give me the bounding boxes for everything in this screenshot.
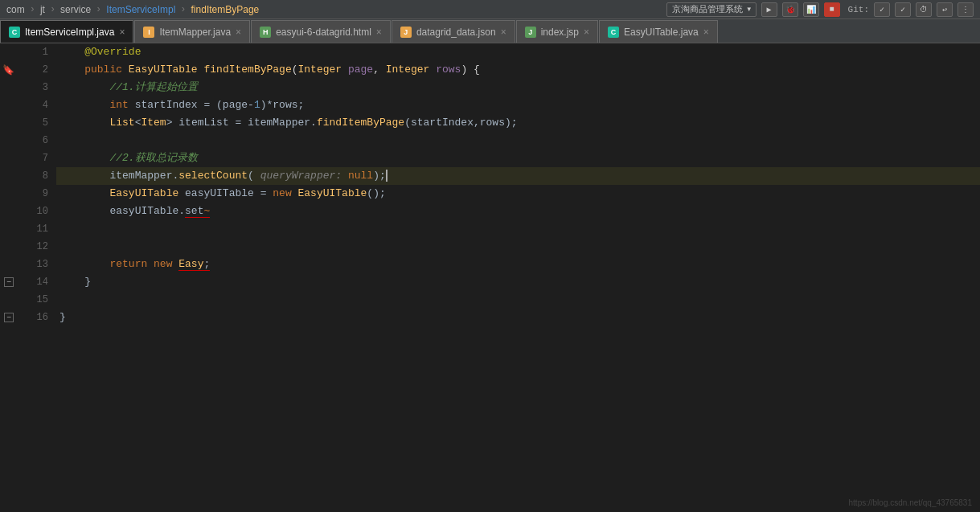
code-text-10: easyUITable.set~ — [56, 203, 980, 220]
tab-close-2[interactable]: × — [236, 27, 241, 37]
tab-close-6[interactable]: × — [703, 27, 709, 37]
ind-row-1 — [0, 43, 16, 61]
toolbar-btn-3[interactable]: 📊 — [803, 2, 819, 17]
code-row-14: } — [56, 273, 980, 291]
tab-icon-4: J — [400, 27, 412, 38]
nav-sep-2: › — [50, 4, 55, 15]
code-text-1: @Override — [56, 43, 980, 61]
code-text-6 — [56, 132, 980, 150]
nav-jt[interactable]: jt — [40, 4, 45, 15]
code-row-6 — [56, 132, 980, 150]
code-text-3: //1.计算起始位置 — [56, 79, 980, 96]
tab-easyuitable[interactable]: C EasyUITable.java × — [599, 20, 718, 43]
ln-7: 7 — [16, 150, 48, 167]
code-text-13: return new Easy; — [56, 256, 980, 273]
tab-label-5: index.jsp — [541, 27, 579, 38]
ind-row-4 — [0, 96, 16, 114]
toolbar-btn-2[interactable]: 🐞 — [782, 2, 798, 17]
code-row-9: EasyUITable easyUITable = new EasyUITabl… — [56, 185, 980, 203]
ln-2: 2 — [16, 61, 48, 79]
editor-area: 🔖 − − 1 2 — [0, 43, 980, 512]
tab-close-4[interactable]: × — [501, 27, 506, 37]
code-row-3: //1.计算起始位置 — [56, 79, 980, 96]
tab-label-4: datagrid_data.json — [416, 27, 496, 38]
project-label: 京淘商品管理系统 — [672, 3, 743, 15]
toolbar-btn-undo[interactable]: ↩ — [937, 2, 953, 17]
code-text-2: public EasyUITable findItemByPage(Intege… — [56, 61, 980, 79]
annotation-override: @Override — [84, 46, 141, 58]
code-row-11 — [56, 220, 980, 238]
line-numbers: 1 2 3 4 5 6 7 8 9 10 11 12 13 14 15 16 — [16, 43, 56, 512]
nav-com[interactable]: com — [6, 4, 25, 15]
ln-13: 13 — [16, 256, 48, 273]
code-row-5: List<Item> itemList = itemMapper.findIte… — [56, 114, 980, 132]
ind-row-3 — [0, 79, 16, 96]
code-text-12 — [56, 238, 980, 256]
toolbar-btn-git-1[interactable]: ✓ — [874, 2, 890, 17]
ln-15: 15 — [16, 291, 48, 309]
code-text-14: } — [56, 273, 980, 291]
ind-row-8 — [0, 167, 16, 185]
code-row-13: return new Easy; — [56, 256, 980, 273]
code-text-16: } — [56, 309, 980, 326]
code-row-7: //2.获取总记录数 — [56, 150, 980, 167]
code-text-4: int startIndex = (page-1)*rows; — [56, 96, 980, 114]
nav-sep-1: › — [30, 4, 35, 15]
code-text-7: //2.获取总记录数 — [56, 150, 980, 167]
tab-itemserviceimpl[interactable]: C ItemServiceImpl.java × — [0, 20, 133, 43]
ind-row-10 — [0, 203, 16, 220]
toolbar-btn-more[interactable]: ⋮ — [957, 2, 974, 17]
project-dropdown[interactable]: 京淘商品管理系统 — [666, 2, 757, 17]
toolbar-btn-clock[interactable]: ⏱ — [916, 2, 932, 17]
tab-close-3[interactable]: × — [376, 27, 382, 37]
toolbar-btn-red[interactable]: ■ — [824, 2, 840, 17]
toolbar-btn-1[interactable]: ▶ — [761, 2, 777, 17]
tab-datagrid-html[interactable]: H easyui-6-datagrid.html × — [251, 20, 391, 43]
fold-minus-icon[interactable]: − — [4, 277, 14, 287]
code-row-8: itemMapper.selectCount( queryWrapper: nu… — [56, 167, 980, 185]
code-row-2: public EasyUITable findItemByPage(Intege… — [56, 61, 980, 79]
nav-service[interactable]: service — [60, 4, 91, 15]
ind-row-5 — [0, 114, 16, 132]
ind-row-13 — [0, 256, 16, 273]
comment-1: //1.计算起始位置 — [109, 81, 197, 93]
code-row-16: } — [56, 309, 980, 326]
ln-4: 4 — [16, 96, 48, 114]
ln-10: 10 — [16, 203, 48, 220]
tab-index-jsp[interactable]: J index.jsp × — [516, 20, 598, 43]
git-label: Git: — [848, 5, 869, 14]
tab-label-3: easyui-6-datagrid.html — [276, 27, 371, 38]
nav-sep-4: › — [180, 4, 186, 15]
ind-row-15 — [0, 291, 16, 309]
tab-label-2: ItemMapper.java — [159, 27, 231, 38]
ln-8: 8 — [16, 167, 48, 185]
code-text-5: List<Item> itemList = itemMapper.findIte… — [56, 114, 980, 132]
ind-row-7 — [0, 150, 16, 167]
ln-5: 5 — [16, 114, 48, 132]
nav-class[interactable]: ItemServiceImpl — [106, 4, 175, 15]
tab-close-1[interactable]: × — [119, 27, 125, 37]
ind-row-12 — [0, 238, 16, 256]
fold-minus-icon-2[interactable]: − — [4, 313, 14, 322]
code-text-9: EasyUITable easyUITable = new EasyUITabl… — [56, 185, 980, 203]
comment-2: //2.获取总记录数 — [109, 152, 197, 164]
code-row-1: @Override — [56, 43, 980, 61]
watermark: https://blog.csdn.net/qq_43765831 — [849, 498, 972, 507]
ind-row-14: − — [0, 273, 16, 291]
tab-icon-6: C — [608, 27, 619, 38]
ind-row-11 — [0, 220, 16, 238]
tab-close-5[interactable]: × — [584, 27, 589, 37]
toolbar-btn-git-2[interactable]: ✓ — [895, 2, 911, 17]
code-row-12 — [56, 238, 980, 256]
ln-6: 6 — [16, 132, 48, 150]
code-content[interactable]: @Override public EasyUITable findItemByP… — [56, 43, 980, 512]
ind-row-16: − — [0, 309, 16, 326]
tab-label-1: ItemServiceImpl.java — [25, 27, 114, 38]
nav-method[interactable]: findItemByPage — [191, 4, 260, 15]
ln-11: 11 — [16, 220, 48, 238]
tab-itemmapper[interactable]: I ItemMapper.java × — [134, 20, 250, 43]
code-row-10: easyUITable.set~ — [56, 203, 980, 220]
tab-label-6: EasyUITable.java — [624, 27, 699, 38]
tab-datagrid-json[interactable]: J datagrid_data.json × — [392, 20, 515, 43]
tab-icon-2: I — [143, 27, 154, 38]
